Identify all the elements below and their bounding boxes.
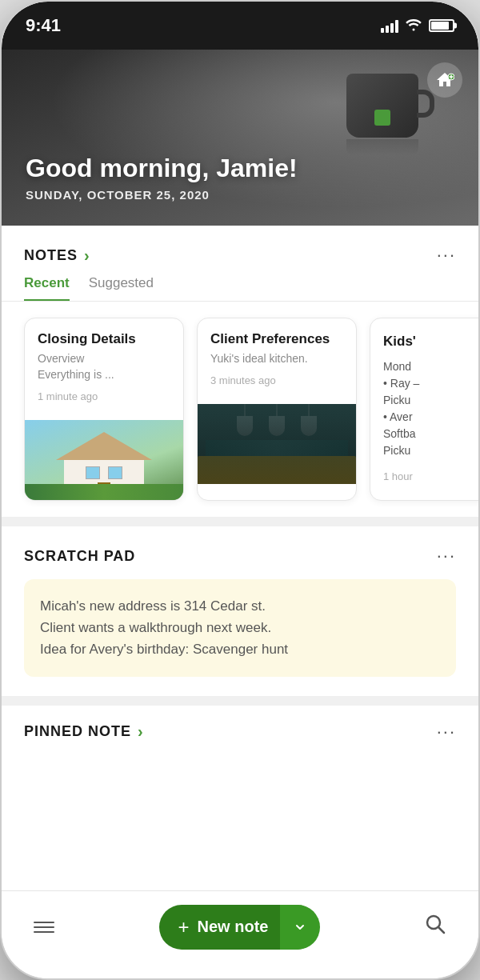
scratch-pad-content[interactable]: Micah's new address is 314 Cedar st. Cli… [24, 579, 456, 677]
hamburger-icon [34, 931, 54, 933]
phone-frame: 9:41 [0, 0, 480, 980]
scratch-pad-header: SCRATCH PAD ··· [24, 546, 456, 579]
note-card-2-time: 3 minutes ago [210, 374, 343, 386]
pinned-note-arrow-icon[interactable]: › [138, 722, 143, 741]
note-card-1-title: Closing Details [38, 331, 170, 347]
note-card-3-title: Kids' [383, 331, 478, 352]
note-card-kids[interactable]: Kids' Mond • Ray – Picku • Aver Softba P… [370, 318, 478, 501]
note-card-3-line6: Picku [383, 442, 478, 459]
notes-arrow-icon[interactable]: › [84, 246, 90, 265]
pinned-note-title-group[interactable]: PINNED NOTE › [24, 722, 143, 741]
pinned-note-header: PINNED NOTE › ··· [24, 722, 456, 742]
status-time: 9:41 [26, 15, 61, 36]
bottom-bar: + New note [2, 890, 478, 978]
note-card-3-line2: • Ray – [383, 375, 478, 392]
note-card-3-line5: Softba [383, 426, 478, 442]
notes-tabs: Recent Suggested [2, 275, 478, 302]
new-note-chevron-icon[interactable] [280, 905, 320, 950]
note-card-1-subtitle: Overview [38, 352, 170, 365]
wifi-icon [405, 17, 422, 35]
new-note-label: New note [198, 918, 269, 936]
phone-inner: 9:41 [2, 2, 478, 978]
home-icon[interactable] [427, 62, 462, 98]
svg-line-2 [438, 927, 444, 933]
note-card-1-time: 1 minute ago [38, 390, 170, 402]
note-card-3-line3: Picku [383, 392, 478, 409]
main-content: NOTES › ··· Recent Suggested Closing Det… [2, 226, 478, 894]
note-card-closing-details[interactable]: Closing Details Overview Everything is .… [24, 318, 184, 501]
new-note-button[interactable]: + New note [159, 905, 320, 950]
new-note-plus-icon: + [178, 916, 190, 938]
note-card-2-preview: Yuki's ideal kitchen. [210, 352, 343, 365]
notes-title: NOTES [24, 247, 78, 264]
pinned-note-more-button[interactable]: ··· [437, 722, 456, 742]
hero-date: SUNDAY, OCTOBER 25, 2020 [26, 188, 298, 202]
hero-greeting: Good morning, Jamie! [26, 154, 298, 183]
note-card-3-line1: Mond [383, 358, 478, 375]
status-icons [381, 17, 454, 35]
note-card-1-preview: Everything is ... [38, 368, 170, 381]
note-card-3-time: 1 hour [383, 469, 478, 485]
scratch-pad-title: SCRATCH PAD [24, 548, 135, 565]
scratch-pad-more-button[interactable]: ··· [437, 546, 456, 566]
notes-title-group[interactable]: NOTES › [24, 246, 90, 265]
note-card-1-image [25, 420, 183, 500]
pinned-note-section: PINNED NOTE › ··· [2, 706, 478, 822]
note-card-2-title: Client Preferences [210, 331, 343, 347]
tab-suggested[interactable]: Suggested [89, 275, 154, 301]
hero-section: Good morning, Jamie! SUNDAY, OCTOBER 25,… [2, 50, 478, 226]
scratch-pad-title-group: SCRATCH PAD [24, 548, 135, 565]
hero-text: Good morning, Jamie! SUNDAY, OCTOBER 25,… [26, 154, 298, 202]
hamburger-icon [34, 922, 54, 923]
notes-section-header: NOTES › ··· [2, 226, 478, 275]
note-card-3-line4: • Aver [383, 409, 478, 426]
section-divider-2 [2, 696, 478, 706]
status-bar: 9:41 [2, 2, 478, 50]
menu-button[interactable] [34, 922, 54, 933]
search-button[interactable] [424, 913, 446, 941]
scratch-pad-section: SCRATCH PAD ··· Micah's new address is 3… [2, 526, 478, 696]
scratch-pad-text: Micah's new address is 314 Cedar st. Cli… [40, 598, 288, 657]
note-card-client-preferences[interactable]: Client Preferences Yuki's ideal kitchen.… [197, 318, 357, 501]
tab-recent[interactable]: Recent [24, 275, 70, 301]
battery-icon [429, 19, 454, 32]
section-divider-1 [2, 517, 478, 526]
pinned-note-title: PINNED NOTE [24, 723, 131, 740]
notes-more-button[interactable]: ··· [437, 245, 456, 266]
notes-scroll: Closing Details Overview Everything is .… [2, 314, 478, 517]
hero-cup-image [334, 74, 430, 162]
signal-icon [381, 18, 398, 33]
note-card-2-image [198, 404, 356, 484]
hamburger-icon [34, 926, 54, 928]
